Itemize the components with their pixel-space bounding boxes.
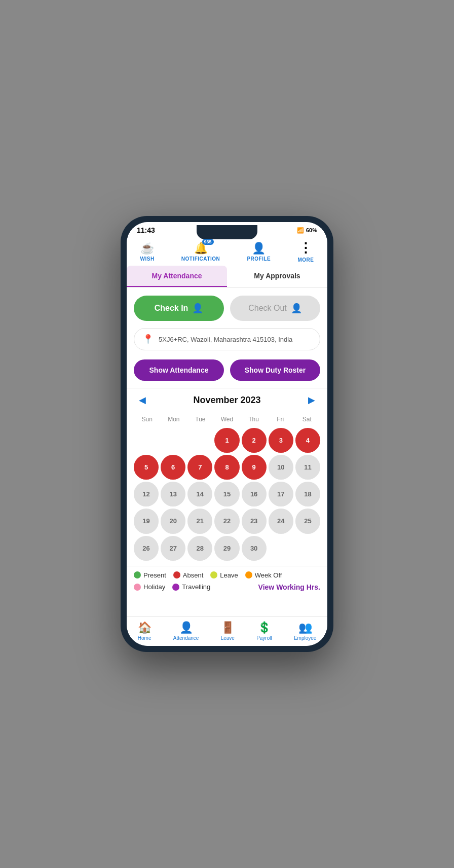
calendar-day[interactable]: 8: [214, 455, 239, 480]
calendar-weekday: Sat: [293, 414, 320, 425]
show-duty-roster-button[interactable]: Show Duty Roster: [230, 359, 320, 381]
calendar-weekday: Fri: [267, 414, 294, 425]
home-label: Home: [138, 635, 152, 641]
profile-icon: 👤: [252, 242, 266, 255]
calendar-day[interactable]: 12: [134, 482, 159, 507]
calendar-day[interactable]: 4: [295, 428, 320, 453]
legend-item: Leave: [210, 571, 238, 579]
calendar-day[interactable]: 18: [295, 482, 320, 507]
notification-badge-wrap: 🔔 935: [194, 242, 208, 255]
action-buttons: Show Attendance Show Duty Roster: [127, 357, 327, 388]
calendar-day[interactable]: 14: [187, 482, 212, 507]
calendar-day[interactable]: 23: [242, 509, 267, 533]
checkin-button[interactable]: Check In 👤: [134, 296, 224, 321]
home-icon: 🏠: [138, 621, 152, 634]
bottom-nav: 🏠 Home 👤 Attendance 🚪 Leave 💲 Payroll 👥 …: [127, 617, 327, 646]
legend-item: Week Off: [245, 571, 282, 579]
calendar-day[interactable]: 16: [242, 482, 267, 507]
bottom-nav-payroll[interactable]: 💲 Payroll: [256, 621, 272, 641]
calendar-prev-button[interactable]: ◀: [134, 392, 151, 408]
calendar-day[interactable]: 22: [214, 509, 239, 533]
nav-wish-label: WISH: [140, 256, 155, 262]
calendar-weekday: Tue: [187, 414, 214, 425]
attendance-label: Attendance: [173, 635, 199, 641]
show-attendance-button[interactable]: Show Attendance: [134, 359, 224, 381]
phone-frame: 11:43 📶 60% ☕ WISH 🔔 935 NOTIFICATION 👤: [121, 216, 333, 652]
notification-badge: 935: [202, 239, 214, 245]
nav-notification-label: NOTIFICATION: [181, 256, 220, 262]
calendar-day[interactable]: 13: [161, 482, 185, 507]
battery-icon: 60%: [306, 227, 317, 233]
calendar-day[interactable]: 21: [187, 509, 212, 533]
calendar-days: 1234567891011121314151617181920212223242…: [134, 428, 320, 561]
employee-label: Employee: [294, 635, 316, 641]
calendar-day[interactable]: 6: [161, 455, 185, 480]
leave-label: Leave: [221, 635, 235, 641]
calendar-day[interactable]: 11: [295, 455, 320, 480]
tabs: My Attendance My Approvals: [127, 266, 327, 287]
checkout-person-icon: 👤: [291, 303, 302, 314]
bottom-nav-leave[interactable]: 🚪 Leave: [221, 621, 235, 641]
calendar-day[interactable]: 5: [134, 455, 159, 480]
nav-profile-label: PROFILE: [247, 256, 271, 262]
calendar-weekday: Sun: [134, 414, 161, 425]
calendar-day[interactable]: 3: [269, 428, 293, 453]
nav-more-label: MORE: [297, 257, 314, 263]
payroll-icon: 💲: [257, 621, 271, 634]
checkin-section: Check In 👤 Check Out 👤: [127, 287, 327, 326]
calendar-day[interactable]: 24: [269, 509, 293, 533]
checkout-button[interactable]: Check Out 👤: [230, 296, 320, 321]
location-bar: 📍 5XJ6+RC, Wazoli, Maharashtra 415103, I…: [134, 328, 320, 350]
calendar-day[interactable]: 20: [161, 509, 185, 533]
tab-my-approvals[interactable]: My Approvals: [227, 266, 327, 287]
nav-more[interactable]: ⋮ MORE: [297, 240, 314, 263]
calendar-day[interactable]: 9: [242, 455, 267, 480]
calendar-day[interactable]: 15: [214, 482, 239, 507]
calendar-next-button[interactable]: ▶: [303, 392, 320, 408]
payroll-label: Payroll: [256, 635, 272, 641]
leave-icon: 🚪: [221, 621, 235, 634]
checkin-person-icon: 👤: [192, 303, 203, 314]
calendar-month-year: November 2023: [193, 395, 260, 406]
calendar-day[interactable]: 26: [134, 536, 159, 561]
calendar-day[interactable]: 10: [269, 455, 293, 480]
legend-row-1: PresentAbsentLeaveWeek Off: [134, 571, 320, 579]
view-working-hrs[interactable]: View Working Hrs.: [258, 583, 320, 591]
tab-my-attendance[interactable]: My Attendance: [127, 266, 227, 287]
calendar-weekday: Thu: [240, 414, 267, 425]
status-icons: 📶 60%: [297, 227, 317, 234]
bottom-nav-home[interactable]: 🏠 Home: [138, 621, 152, 641]
calendar-header: ◀ November 2023 ▶: [134, 392, 320, 408]
calendar-weekday: Mon: [161, 414, 187, 425]
calendar-day[interactable]: 29: [214, 536, 239, 561]
calendar-day[interactable]: 17: [269, 482, 293, 507]
calendar-day[interactable]: 25: [295, 509, 320, 533]
calendar-day[interactable]: 19: [134, 509, 159, 533]
nav-profile[interactable]: 👤 PROFILE: [247, 242, 271, 262]
top-nav: ☕ WISH 🔔 935 NOTIFICATION 👤 PROFILE ⋮ MO…: [127, 236, 327, 266]
calendar-day[interactable]: 1: [214, 428, 239, 453]
calendar-day[interactable]: 2: [242, 428, 267, 453]
bottom-nav-employee[interactable]: 👥 Employee: [294, 621, 316, 641]
calendar-day: [161, 428, 185, 453]
bottom-nav-attendance[interactable]: 👤 Attendance: [173, 621, 199, 641]
checkin-label: Check In: [155, 304, 188, 313]
calendar-day[interactable]: 7: [187, 455, 212, 480]
signal-icon: 📶: [297, 227, 304, 234]
calendar-day: [187, 428, 212, 453]
main-content: Check In 👤 Check Out 👤 📍 5XJ6+RC, Wazoli…: [127, 287, 327, 617]
calendar-day[interactable]: 28: [187, 536, 212, 561]
location-text: 5XJ6+RC, Wazoli, Maharashtra 415103, Ind…: [159, 336, 292, 343]
phone-notch: [197, 225, 257, 239]
legend: PresentAbsentLeaveWeek Off HolidayTravel…: [127, 566, 327, 598]
nav-notification[interactable]: 🔔 935 NOTIFICATION: [181, 242, 220, 262]
calendar-day: [134, 428, 159, 453]
legend-item: Present: [134, 571, 166, 579]
phone-screen: 11:43 📶 60% ☕ WISH 🔔 935 NOTIFICATION 👤: [127, 222, 327, 646]
calendar-section: ◀ November 2023 ▶ SunMonTueWedThuFriSat …: [127, 388, 327, 566]
calendar-day[interactable]: 30: [242, 536, 267, 561]
calendar-weekday: Wed: [214, 414, 241, 425]
nav-wish[interactable]: ☕ WISH: [140, 242, 155, 262]
calendar-day[interactable]: 27: [161, 536, 185, 561]
legend-item: Absent: [173, 571, 203, 579]
